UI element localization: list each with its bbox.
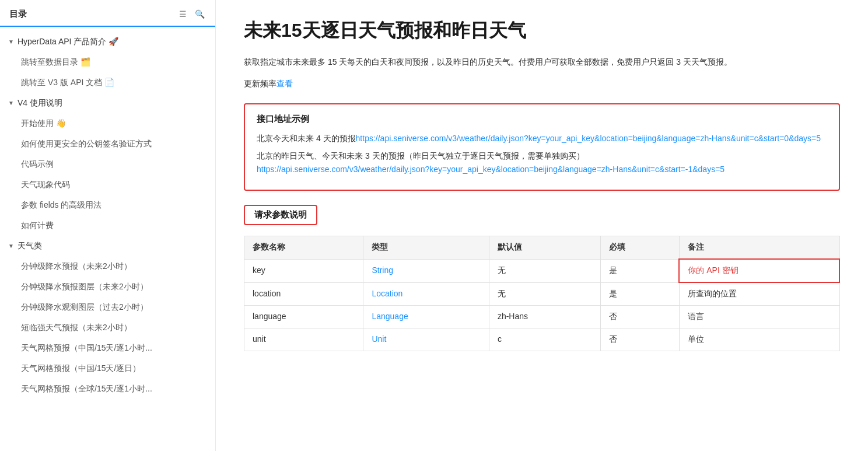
sidebar-item-pubkey[interactable]: 如何使用更安全的公钥签名验证方式 <box>0 134 215 154</box>
params-section: 请求参数说明 参数名称 类型 默认值 必填 备注 keyString无是你的 A… <box>244 205 840 351</box>
param-note-cell: 所查询的位置 <box>679 282 839 306</box>
param-required-cell: 是 <box>601 259 680 282</box>
api-example-box: 接口地址示例 北京今天和未来 4 天的预报https://api.seniver… <box>244 103 840 191</box>
sidebar-section-weather-label: 天气类 <box>18 240 42 252</box>
table-row: unitUnitc否单位 <box>244 328 840 351</box>
chevron-down-icon-2: ▼ <box>8 99 14 107</box>
col-header-required: 必填 <box>601 236 680 260</box>
page-description: 获取指定城市未来最多 15 天每天的白天和夜间预报，以及昨日的历史天气。付费用户… <box>244 55 840 69</box>
update-freq-link[interactable]: 查看 <box>276 79 293 88</box>
sidebar-item-start[interactable]: 开始使用 👋 <box>0 113 215 134</box>
api-example-desc-1: 北京今天和未来 4 天的预报 <box>257 134 356 143</box>
col-header-name: 参数名称 <box>244 236 363 260</box>
param-note-cell: 语言 <box>679 306 839 328</box>
sidebar-content: ▼ HyperData API 产品简介 🚀 跳转至数据目录 🗂️ 跳转至 V3… <box>0 27 215 451</box>
table-row: keyString无是你的 API 密钥 <box>244 259 840 282</box>
sidebar-section-v4-label: V4 使用说明 <box>18 97 62 109</box>
sidebar-section-hyperdata[interactable]: ▼ HyperData API 产品简介 🚀 <box>0 32 215 52</box>
sidebar-title: 目录 <box>9 9 27 20</box>
sidebar-item-v3-api[interactable]: 跳转至 V3 版 API 文档 📄 <box>0 72 215 93</box>
param-required-cell: 是 <box>601 282 680 306</box>
col-header-default: 默认值 <box>489 236 600 260</box>
params-table: 参数名称 类型 默认值 必填 备注 keyString无是你的 API 密钥lo… <box>244 236 840 351</box>
sidebar-item-grid-china-daily[interactable]: 天气网格预报（中国/15天/逐日） <box>0 358 215 379</box>
col-header-type: 类型 <box>363 236 489 260</box>
sidebar-header: 目录 ☰ 🔍 <box>0 0 215 27</box>
sidebar-section-weather[interactable]: ▼ 天气类 <box>0 236 215 256</box>
param-type-cell: Location <box>363 282 489 306</box>
sidebar-section-label: HyperData API 产品简介 🚀 <box>18 36 118 48</box>
param-type-cell: String <box>363 259 489 282</box>
param-name-cell: location <box>244 282 363 306</box>
sidebar-section-v4[interactable]: ▼ V4 使用说明 <box>0 93 215 113</box>
api-example-title: 接口地址示例 <box>257 114 827 125</box>
sidebar-item-billing[interactable]: 如何计费 <box>0 215 215 236</box>
param-note-cell: 单位 <box>679 328 839 351</box>
param-name-cell: unit <box>244 328 363 351</box>
api-example-link-1[interactable]: https://api.seniverse.com/v3/weather/dai… <box>356 134 821 143</box>
chevron-down-icon: ▼ <box>8 37 14 46</box>
chevron-down-icon-3: ▼ <box>8 242 14 250</box>
api-example-desc-2: 北京的昨日天气、今天和未来 3 天的预报（昨日天气独立于逐日天气预报，需要单独购… <box>257 151 584 160</box>
param-name-cell: language <box>244 306 363 328</box>
sidebar-item-grid-china-hourly[interactable]: 天气网格预报（中国/15天/逐1小时... <box>0 338 215 358</box>
update-freq-label: 更新频率 <box>244 79 276 88</box>
param-required-cell: 否 <box>601 328 680 351</box>
sidebar-item-fields[interactable]: 参数 fields 的高级用法 <box>0 195 215 215</box>
sidebar-item-code-example[interactable]: 代码示例 <box>0 154 215 174</box>
table-row: languageLanguagezh-Hans否语言 <box>244 306 840 328</box>
api-example-link-2[interactable]: https://api.seniverse.com/v3/weather/dai… <box>257 165 724 174</box>
params-section-title: 请求参数说明 <box>244 205 317 225</box>
sidebar-list-icon[interactable]: ☰ <box>178 8 188 20</box>
sidebar-item-weather-codes[interactable]: 天气现象代码 <box>0 174 215 195</box>
param-note-cell: 你的 API 密钥 <box>679 259 839 282</box>
sidebar-item-data-catalog[interactable]: 跳转至数据目录 🗂️ <box>0 52 215 72</box>
col-header-note: 备注 <box>679 236 839 260</box>
table-row: locationLocation无是所查询的位置 <box>244 282 840 306</box>
sidebar: 目录 ☰ 🔍 ▼ HyperData API 产品简介 🚀 跳转至数据目录 🗂️… <box>0 0 216 451</box>
param-type-cell: Unit <box>363 328 489 351</box>
param-required-cell: 否 <box>601 306 680 328</box>
sidebar-item-severe-forecast[interactable]: 短临强天气预报（未来2小时） <box>0 317 215 338</box>
param-default-cell: zh-Hans <box>489 306 600 328</box>
sidebar-item-minute-rain-layer-future[interactable]: 分钟级降水预报图层（未来2小时） <box>0 277 215 297</box>
sidebar-item-grid-global-hourly[interactable]: 天气网格预报（全球/15天/逐1小时... <box>0 379 215 399</box>
sidebar-search-icon[interactable]: 🔍 <box>194 8 206 20</box>
param-type-cell: Language <box>363 306 489 328</box>
sidebar-item-minute-rain-layer-past[interactable]: 分钟级降水观测图层（过去2小时） <box>0 297 215 317</box>
table-header-row: 参数名称 类型 默认值 必填 备注 <box>244 236 840 260</box>
api-example-item-2: 北京的昨日天气、今天和未来 3 天的预报（昨日天气独立于逐日天气预报，需要单独购… <box>257 149 827 177</box>
sidebar-item-minute-rain-future[interactable]: 分钟级降水预报（未来2小时） <box>0 256 215 277</box>
param-name-cell: key <box>244 259 363 282</box>
param-default-cell: 无 <box>489 259 600 282</box>
main-content: 未来15天逐日天气预报和昨日天气 获取指定城市未来最多 15 天每天的白天和夜间… <box>216 0 868 451</box>
param-default-cell: c <box>489 328 600 351</box>
param-default-cell: 无 <box>489 282 600 306</box>
sidebar-header-icons: ☰ 🔍 <box>178 8 206 20</box>
api-example-item-1: 北京今天和未来 4 天的预报https://api.seniverse.com/… <box>257 132 827 146</box>
page-title: 未来15天逐日天气预报和昨日天气 <box>244 19 840 43</box>
update-freq-row: 更新频率查看 <box>244 79 840 89</box>
